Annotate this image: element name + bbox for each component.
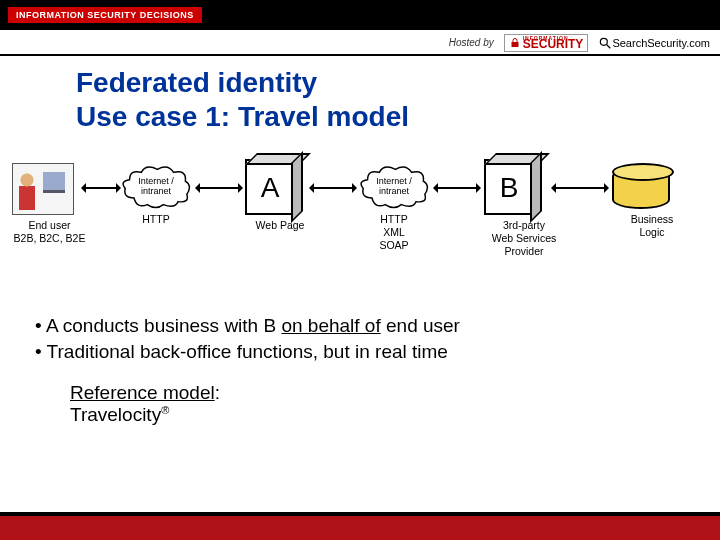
reference-model-label: Reference model — [70, 382, 215, 403]
title-line-2: Use case 1: Travel model — [76, 100, 720, 134]
search-security-text: SearchSecurity.com — [612, 37, 710, 49]
node-cloud2: Internet / intranet HTTP XML SOAP — [356, 165, 432, 252]
node-server-a: A Web Page — [245, 159, 315, 232]
node-enduser: End user B2B, B2C, B2E — [12, 163, 87, 245]
bottom-bar — [0, 512, 720, 540]
enduser-icon — [12, 163, 74, 215]
bullet-list: • A conducts business with B on behalf o… — [35, 313, 690, 364]
reference-model-sup: ® — [161, 404, 169, 416]
server-a-caption: Web Page — [245, 219, 315, 232]
reference-model-value: Travelocity — [70, 405, 161, 426]
reference-model: Reference model: Travelocity® — [70, 382, 720, 426]
header-divider — [0, 54, 720, 56]
bullet-2: • Traditional back-office functions, but… — [35, 339, 690, 365]
title-line-1: Federated identity — [76, 66, 720, 100]
svg-line-2 — [607, 45, 611, 49]
cloud1-caption: HTTP — [118, 213, 194, 226]
bullet-1-underlined: on behalf of — [281, 315, 380, 336]
svg-rect-0 — [511, 42, 518, 47]
lock-icon — [509, 37, 521, 49]
security-logo: INFORMATION SECURITY — [504, 34, 589, 52]
server-b-caption: 3rd-party Web Services Provider — [484, 219, 564, 258]
cylinder-icon — [612, 167, 670, 209]
db-caption: Business Logic — [612, 213, 692, 239]
svg-point-1 — [601, 38, 608, 45]
hosted-by-strip: Hosted by INFORMATION SECURITY SearchSec… — [449, 34, 710, 52]
server-a-letter: A — [261, 170, 280, 205]
cloud2-caption: HTTP XML SOAP — [356, 213, 432, 252]
server-b-letter: B — [500, 170, 519, 205]
isd-logo: INFORMATION SECURITY DECISIONS — [8, 7, 202, 23]
node-cloud1: Internet / intranet HTTP — [118, 165, 194, 226]
bullet-1: • A conducts business with B on behalf o… — [35, 313, 690, 339]
arrow-a-cloud2 — [312, 187, 354, 189]
arrow-cloud2-b — [436, 187, 478, 189]
security-logo-text: SECURITY — [523, 40, 584, 50]
bullet-1-post: end user — [381, 315, 460, 336]
magnifier-icon — [598, 36, 612, 50]
bullet-2-text: Traditional back-office functions, but i… — [47, 341, 448, 362]
cloud1-icon: Internet / intranet — [118, 165, 194, 209]
enduser-caption: End user B2B, B2C, B2E — [12, 219, 87, 245]
page-title: Federated identity Use case 1: Travel mo… — [76, 66, 720, 133]
arrow-user-cloud1 — [84, 187, 118, 189]
arrow-b-db — [554, 187, 606, 189]
cloud2-label: Internet / intranet — [356, 165, 432, 209]
top-banner: INFORMATION SECURITY DECISIONS — [0, 0, 720, 30]
server-a-icon: A — [245, 159, 295, 215]
node-db: Business Logic — [612, 167, 692, 239]
search-security-logo: SearchSecurity.com — [598, 36, 710, 50]
diagram: End user B2B, B2C, B2E Internet / intran… — [0, 153, 720, 293]
hosted-by-label: Hosted by — [449, 37, 494, 48]
bullet-1-pre: A conducts business with B — [46, 315, 282, 336]
cloud2-icon: Internet / intranet — [356, 165, 432, 209]
cloud1-label: Internet / intranet — [118, 165, 194, 209]
server-b-icon: B — [484, 159, 534, 215]
arrow-cloud1-a — [198, 187, 240, 189]
node-server-b: B 3rd-party Web Services Provider — [484, 159, 564, 258]
